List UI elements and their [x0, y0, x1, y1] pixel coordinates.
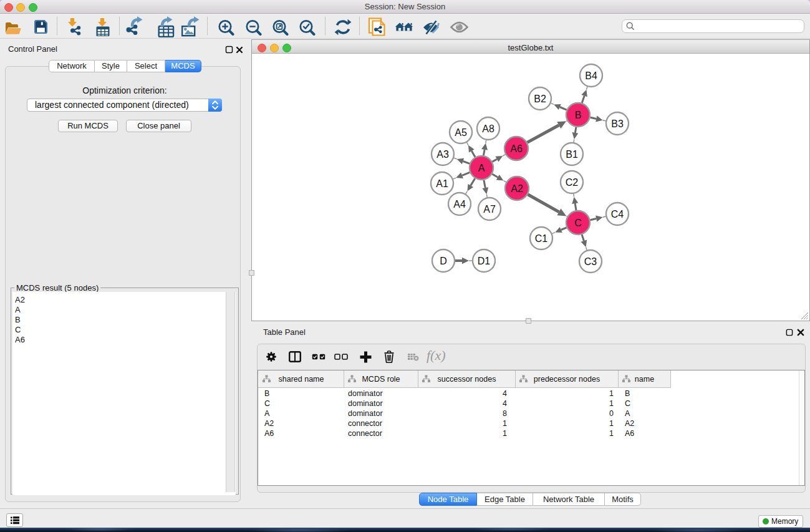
svg-text:B1: B1	[566, 149, 578, 160]
svg-text:B3: B3	[611, 118, 624, 129]
svg-text:C3: C3	[584, 256, 597, 267]
svg-text:C4: C4	[611, 209, 624, 220]
svg-text:A3: A3	[436, 149, 449, 160]
svg-text:D: D	[440, 256, 447, 266]
svg-text:A2: A2	[511, 183, 523, 194]
svg-text:A7: A7	[483, 204, 496, 215]
svg-text:A1: A1	[436, 178, 448, 189]
svg-text:B2: B2	[534, 94, 546, 104]
svg-text:D1: D1	[478, 256, 491, 266]
svg-text:A6: A6	[510, 143, 523, 154]
svg-text:C2: C2	[566, 177, 579, 188]
svg-text:A5: A5	[455, 127, 467, 138]
svg-text:A4: A4	[453, 199, 466, 210]
svg-text:C1: C1	[535, 233, 548, 244]
svg-text:A8: A8	[482, 123, 494, 134]
svg-text:B4: B4	[585, 70, 597, 81]
svg-text:A: A	[478, 163, 485, 173]
svg-text:B: B	[575, 110, 582, 120]
svg-text:C: C	[574, 218, 582, 228]
